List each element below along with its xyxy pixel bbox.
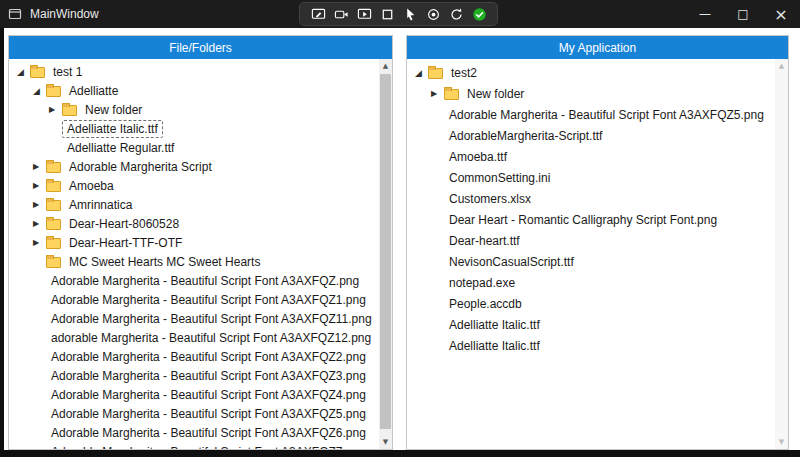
scroll-down-icon[interactable]: ▼ <box>379 435 392 449</box>
tree-item-label[interactable]: NevisonCasualScript.ttf <box>444 253 579 271</box>
tree-row[interactable]: NevisonCasualScript.ttf <box>407 251 775 272</box>
expand-icon[interactable]: ▶ <box>47 105 62 114</box>
collapse-icon[interactable]: ◢ <box>15 67 30 77</box>
tree-item-label[interactable]: Adorable Margherita - Beautiful Script F… <box>46 348 371 366</box>
tree-row[interactable]: AdorableMargherita-Script.ttf <box>407 125 775 146</box>
tree-item-label[interactable]: Adorable Margherita Script <box>64 158 217 176</box>
tree-row[interactable]: Customers.xlsx <box>407 188 775 209</box>
tree-row[interactable]: ◢Adelliatte <box>9 81 379 100</box>
tree-row[interactable]: Adorable Margherita - Beautiful Script F… <box>9 290 379 309</box>
collapse-icon[interactable]: ◢ <box>413 68 428 78</box>
expand-icon[interactable]: ▶ <box>31 181 46 190</box>
tree-item-label[interactable]: New folder <box>80 101 147 119</box>
tree-row[interactable]: ▶New folder <box>9 100 379 119</box>
stop-icon[interactable] <box>379 6 395 22</box>
tree-item-label[interactable]: Adorable Margherita - Beautiful Script F… <box>46 310 377 328</box>
tree-row[interactable]: ▶Adorable Margherita Script <box>9 157 379 176</box>
tree-row[interactable]: ▶Dear-Heart-8060528 <box>9 214 379 233</box>
tree-item-label[interactable]: adorable Margherita - Beautiful Script F… <box>46 329 376 347</box>
tree-item-label[interactable]: test 1 <box>48 63 87 81</box>
tree-row[interactable]: Adorable Margherita - Beautiful Script F… <box>9 385 379 404</box>
tree-row[interactable]: ◢test 1 <box>9 62 379 81</box>
tree-item-label[interactable]: Adorable Margherita - Beautiful Script F… <box>46 386 371 404</box>
cursor-icon[interactable] <box>402 6 418 22</box>
tree-item-label[interactable]: Adelliatte Italic.ttf <box>62 120 163 138</box>
scroll-up-icon[interactable]: ▲ <box>775 59 788 73</box>
tree-row[interactable]: ◢test2 <box>407 62 775 83</box>
tree-row[interactable]: People.accdb <box>407 293 775 314</box>
tree-item-label[interactable]: Adorable Margherita - Beautiful Script F… <box>444 106 769 124</box>
restart-icon[interactable] <box>448 6 464 22</box>
expand-icon[interactable]: ▶ <box>31 200 46 209</box>
tree-row[interactable]: Adelliatte Italic.ttf <box>9 119 379 138</box>
expand-icon[interactable]: ▶ <box>31 162 46 171</box>
tree-item-label[interactable]: Customers.xlsx <box>444 190 536 208</box>
tree-item-label[interactable]: Adelliatte Italic.ttf <box>444 316 545 334</box>
maximize-button[interactable]: □ <box>724 0 762 28</box>
tree-row[interactable]: ▶Dear-Heart-TTF-OTF <box>9 233 379 252</box>
tree-row[interactable]: adorable Margherita - Beautiful Script F… <box>9 328 379 347</box>
tree-item-label[interactable]: Adorable Margherita - Beautiful Script F… <box>46 367 371 385</box>
tree-row[interactable]: Adorable Margherita - Beautiful Script F… <box>9 309 379 328</box>
tree-row[interactable]: Adorable Margherita - Beautiful Script F… <box>9 404 379 423</box>
tree-item-label[interactable]: Adorable Margherita - Beautiful Script F… <box>46 405 371 423</box>
left-scrollbar[interactable]: ▲ ▼ <box>379 59 392 449</box>
tree-row[interactable]: ▶New folder <box>407 83 775 104</box>
tree-item-label[interactable]: Dear-Heart-8060528 <box>64 215 184 233</box>
tree-item-label[interactable]: test2 <box>446 64 482 82</box>
tree-row[interactable]: Amoeba.ttf <box>407 146 775 167</box>
tree-row[interactable]: Adelliatte Regular.ttf <box>9 138 379 157</box>
tree-row[interactable]: Adelliatte Italic.ttf <box>407 335 775 356</box>
tree-row[interactable]: Adorable Margherita - Beautiful Script F… <box>9 347 379 366</box>
tree-row[interactable]: CommonSetting.ini <box>407 167 775 188</box>
tree-item-label[interactable]: Amoeba.ttf <box>444 148 512 166</box>
tree-row[interactable]: Dear-heart.ttf <box>407 230 775 251</box>
tree-row[interactable]: Adorable Margherita - Beautiful Script F… <box>9 271 379 290</box>
tree-row[interactable]: Dear Heart - Romantic Calligraphy Script… <box>407 209 775 230</box>
tree-item-label[interactable]: Adelliatte Italic.ttf <box>444 337 545 355</box>
scroll-up-icon[interactable]: ▲ <box>379 59 392 73</box>
screen-present-icon[interactable] <box>356 6 372 22</box>
tree-item-label[interactable]: AdorableMargherita-Script.ttf <box>444 127 607 145</box>
tree-item-label[interactable]: CommonSetting.ini <box>444 169 555 187</box>
tree-item-label[interactable]: Adorable Margherita - Beautiful Script F… <box>46 291 371 309</box>
collapse-icon[interactable]: ◢ <box>31 86 46 96</box>
tree-item-label[interactable]: Adorable Margherita - Beautiful Script F… <box>46 272 364 290</box>
tree-item-label[interactable]: Amoeba <box>64 177 119 195</box>
tree-row[interactable]: Adelliatte Italic.ttf <box>407 314 775 335</box>
right-scrollbar[interactable]: ▲ ▼ <box>775 59 788 449</box>
tree-row[interactable]: ▶Amoeba <box>9 176 379 195</box>
expand-icon[interactable]: ▶ <box>429 89 444 98</box>
tree-row[interactable]: Adorable Margherita - Beautiful Script F… <box>9 423 379 442</box>
scroll-down-icon[interactable]: ▼ <box>775 435 788 449</box>
tree-row[interactable]: ▶Amrinnatica <box>9 195 379 214</box>
tree-row[interactable]: Adorable Margherita - Beautiful Script F… <box>9 442 379 449</box>
video-camera-icon[interactable] <box>333 6 349 22</box>
tree-item-label[interactable]: New folder <box>462 85 529 103</box>
minimize-button[interactable]: — <box>686 0 724 28</box>
tree-item-label[interactable]: Adelliatte Regular.ttf <box>62 139 179 157</box>
tree-item-label[interactable]: Adelliatte <box>64 82 123 100</box>
tree-row[interactable]: MC Sweet Hearts MC Sweet Hearts <box>9 252 379 271</box>
tree-row[interactable]: Adorable Margherita - Beautiful Script F… <box>407 104 775 125</box>
tree-item-label[interactable]: Amrinnatica <box>64 196 137 214</box>
left-tree: ◢test 1◢Adelliatte▶New folderAdelliatte … <box>9 59 379 449</box>
record-icon[interactable] <box>425 6 441 22</box>
tree-item-label[interactable]: notepad.exe <box>444 274 520 292</box>
scroll-thumb[interactable] <box>380 74 391 429</box>
tree-item-label[interactable]: MC Sweet Hearts MC Sweet Hearts <box>64 253 265 271</box>
tree-item-label[interactable]: Adorable Margherita - Beautiful Script F… <box>46 424 371 442</box>
screen-annotate-icon[interactable] <box>310 6 326 22</box>
expand-icon[interactable]: ▶ <box>31 238 46 247</box>
tree-item-label[interactable]: Dear-Heart-TTF-OTF <box>64 234 187 252</box>
tree-row[interactable]: Adorable Margherita - Beautiful Script F… <box>9 366 379 385</box>
tree-item-label[interactable]: Dear-heart.ttf <box>444 232 525 250</box>
expand-icon[interactable]: ▶ <box>31 219 46 228</box>
tree-item-label[interactable]: Dear Heart - Romantic Calligraphy Script… <box>444 211 722 229</box>
tree-item-label[interactable]: People.accdb <box>444 295 527 313</box>
window-controls: — □ × <box>686 0 800 28</box>
tree-row[interactable]: notepad.exe <box>407 272 775 293</box>
done-icon[interactable] <box>471 6 487 22</box>
close-button[interactable]: × <box>762 0 800 28</box>
tree-item-label[interactable]: Adorable Margherita - Beautiful Script F… <box>46 443 371 450</box>
